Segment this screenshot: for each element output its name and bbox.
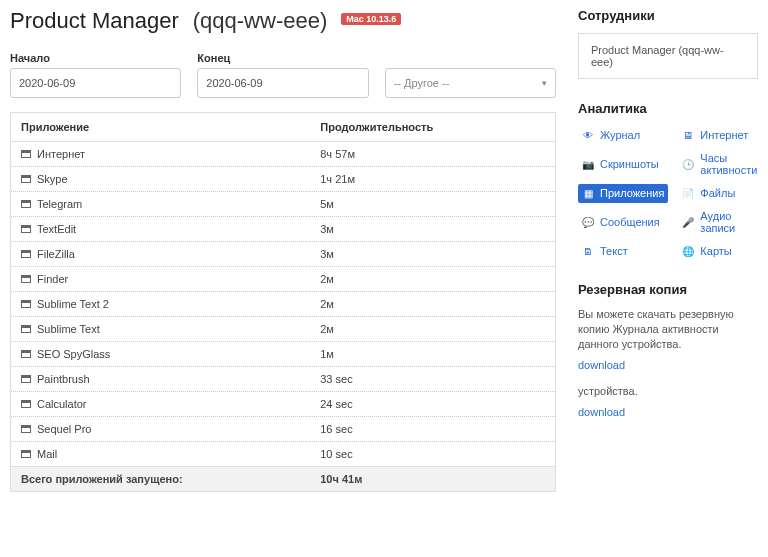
backup-text-2: устройства. (578, 384, 758, 399)
app-cell: Sublime Text (11, 317, 311, 342)
col-app-header: Приложение (11, 113, 311, 142)
chevron-down-icon: ▾ (542, 78, 547, 88)
table-row: Finder2м (11, 267, 556, 292)
app-cell: Интернет (11, 142, 311, 167)
duration-cell: 10 sec (310, 442, 555, 467)
grid-icon: ▦ (582, 187, 594, 199)
analytics-item-label: Скриншоты (600, 158, 659, 171)
app-cell: Sequel Pro (11, 417, 311, 442)
analytics-heading: Аналитика (578, 101, 758, 116)
col-duration-header: Продолжительность (310, 113, 555, 142)
app-name: Mail (37, 448, 57, 460)
employee-select[interactable]: Product Manager (qqq-ww-eee) (578, 33, 758, 79)
app-cell: SEO SpyGlass (11, 342, 311, 367)
employee-value: Product Manager (qqq-ww-eee) (591, 44, 724, 68)
analytics-item-clock[interactable]: 🕒Часы активности (678, 149, 761, 180)
duration-cell: 2м (310, 292, 555, 317)
start-date-input[interactable] (10, 68, 181, 98)
employees-heading: Сотрудники (578, 8, 758, 23)
table-row: Calculator24 sec (11, 392, 556, 417)
app-name: Sublime Text 2 (37, 298, 109, 310)
table-row: Paintbrush33 sec (11, 367, 556, 392)
window-icon (21, 425, 31, 433)
camera-icon: 📷 (582, 158, 594, 170)
app-name: Sequel Pro (37, 423, 91, 435)
analytics-item-label: Сообщения (600, 216, 660, 229)
analytics-item-grid[interactable]: ▦Приложения (578, 184, 668, 203)
window-icon (21, 150, 31, 158)
analytics-item-text[interactable]: 🗎Текст (578, 242, 668, 261)
analytics-item-label: Файлы (700, 187, 735, 200)
app-cell: FileZilla (11, 242, 311, 267)
table-row: Sequel Pro16 sec (11, 417, 556, 442)
app-name: Интернет (37, 148, 85, 160)
table-row: FileZilla3м (11, 242, 556, 267)
app-cell: TextEdit (11, 217, 311, 242)
app-cell: Finder (11, 267, 311, 292)
duration-cell: 16 sec (310, 417, 555, 442)
app-name: TextEdit (37, 223, 76, 235)
analytics-item-eye[interactable]: 👁Журнал (578, 126, 668, 145)
app-name: Sublime Text (37, 323, 100, 335)
window-icon (21, 300, 31, 308)
other-select[interactable]: -- Другое -- ▾ (385, 68, 556, 98)
duration-cell: 8ч 57м (310, 142, 555, 167)
analytics-item-label: Интернет (700, 129, 748, 142)
analytics-item-monitor[interactable]: 🖥Интернет (678, 126, 761, 145)
analytics-item-chat[interactable]: 💬Сообщения (578, 207, 668, 238)
table-row: TextEdit3м (11, 217, 556, 242)
analytics-item-mic[interactable]: 🎤Аудио записи (678, 207, 761, 238)
app-cell: Paintbrush (11, 367, 311, 392)
map-icon: 🌐 (682, 245, 694, 257)
app-cell: Sublime Text 2 (11, 292, 311, 317)
duration-cell: 24 sec (310, 392, 555, 417)
window-icon (21, 325, 31, 333)
end-date-input[interactable] (197, 68, 368, 98)
app-name: SEO SpyGlass (37, 348, 110, 360)
window-icon (21, 275, 31, 283)
table-total-row: Всего приложений запущено: 10ч 41м (11, 467, 556, 492)
window-icon (21, 175, 31, 183)
app-name: Telegram (37, 198, 82, 210)
backup-download-link-2[interactable]: download (578, 406, 625, 418)
table-row: Интернет8ч 57м (11, 142, 556, 167)
analytics-nav: 👁Журнал🖥Интернет📷Скриншоты🕒Часы активнос… (578, 126, 758, 260)
app-cell: Calculator (11, 392, 311, 417)
table-row: Sublime Text 22м (11, 292, 556, 317)
clock-icon: 🕒 (682, 158, 694, 170)
backup-heading: Резервная копия (578, 282, 758, 297)
window-icon (21, 225, 31, 233)
analytics-item-label: Аудио записи (700, 210, 757, 235)
app-cell: Telegram (11, 192, 311, 217)
eye-icon: 👁 (582, 129, 594, 141)
duration-cell: 3м (310, 217, 555, 242)
apps-table: Приложение Продолжительность Интернет8ч … (10, 112, 556, 492)
window-icon (21, 350, 31, 358)
analytics-item-file[interactable]: 📄Файлы (678, 184, 761, 203)
window-icon (21, 375, 31, 383)
other-select-text: -- Другое -- (394, 77, 450, 89)
analytics-item-label: Карты (700, 245, 731, 258)
analytics-item-map[interactable]: 🌐Карты (678, 242, 761, 261)
analytics-item-camera[interactable]: 📷Скриншоты (578, 149, 668, 180)
backup-text-1: Вы можете скачать резервную копию Журнал… (578, 307, 758, 352)
table-row: SEO SpyGlass1м (11, 342, 556, 367)
app-cell: Mail (11, 442, 311, 467)
total-value: 10ч 41м (310, 467, 555, 492)
title-device: (qqq-ww-eee) (193, 8, 328, 34)
window-icon (21, 400, 31, 408)
title-name: Product Manager (10, 8, 179, 34)
total-label: Всего приложений запущено: (11, 467, 311, 492)
window-icon (21, 250, 31, 258)
analytics-item-label: Приложения (600, 187, 664, 200)
page-title: Product Manager (qqq-ww-eee) Mac 10.13.6 (10, 8, 556, 34)
analytics-item-label: Часы активности (700, 152, 757, 177)
date-filters: Начало Конец -- Другое -- ▾ (10, 52, 556, 98)
app-name: Skype (37, 173, 68, 185)
backup-download-link-1[interactable]: download (578, 359, 625, 371)
text-icon: 🗎 (582, 245, 594, 257)
duration-cell: 2м (310, 267, 555, 292)
app-name: Paintbrush (37, 373, 90, 385)
chat-icon: 💬 (582, 216, 594, 228)
duration-cell: 3м (310, 242, 555, 267)
